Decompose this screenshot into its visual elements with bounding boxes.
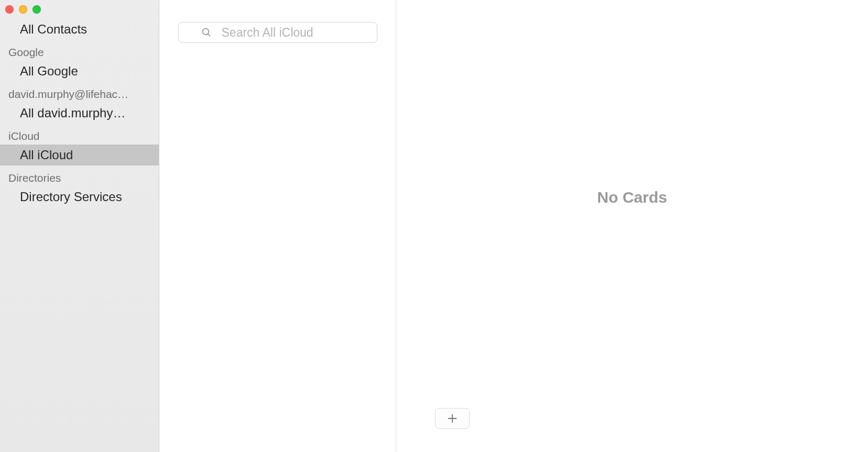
search-field-wrap xyxy=(178,22,377,43)
fullscreen-window-button[interactable] xyxy=(32,5,41,14)
plus-icon xyxy=(447,413,458,424)
sidebar-section-directories[interactable]: Directories xyxy=(0,166,159,186)
window-controls xyxy=(0,0,159,15)
sidebar-item-directory-services[interactable]: Directory Services xyxy=(0,186,159,207)
sidebar-item-all-davidmurphy[interactable]: All david.murphy… xyxy=(0,103,159,124)
sidebar-list: All Contacts Google All Google david.mur… xyxy=(0,19,159,207)
contacts-list-column xyxy=(159,0,396,452)
contact-detail-column: No Cards xyxy=(396,0,868,452)
add-contact-button[interactable] xyxy=(435,408,470,429)
sidebar-item-all-icloud[interactable]: All iCloud xyxy=(0,145,159,166)
sidebar-section-google[interactable]: Google xyxy=(0,40,159,61)
no-cards-label: No Cards xyxy=(597,189,667,206)
minimize-window-button[interactable] xyxy=(19,5,27,14)
sidebar-item-all-contacts[interactable]: All Contacts xyxy=(0,19,159,40)
search-input[interactable] xyxy=(178,22,377,43)
app-window: All Contacts Google All Google david.mur… xyxy=(0,0,868,452)
sidebar-section-icloud[interactable]: iCloud xyxy=(0,124,159,145)
close-window-button[interactable] xyxy=(5,5,14,14)
sidebar-section-lifehacker-account[interactable]: david.murphy@lifehac… xyxy=(0,82,159,103)
sidebar-item-all-google[interactable]: All Google xyxy=(0,61,159,82)
sidebar: All Contacts Google All Google david.mur… xyxy=(0,0,159,452)
